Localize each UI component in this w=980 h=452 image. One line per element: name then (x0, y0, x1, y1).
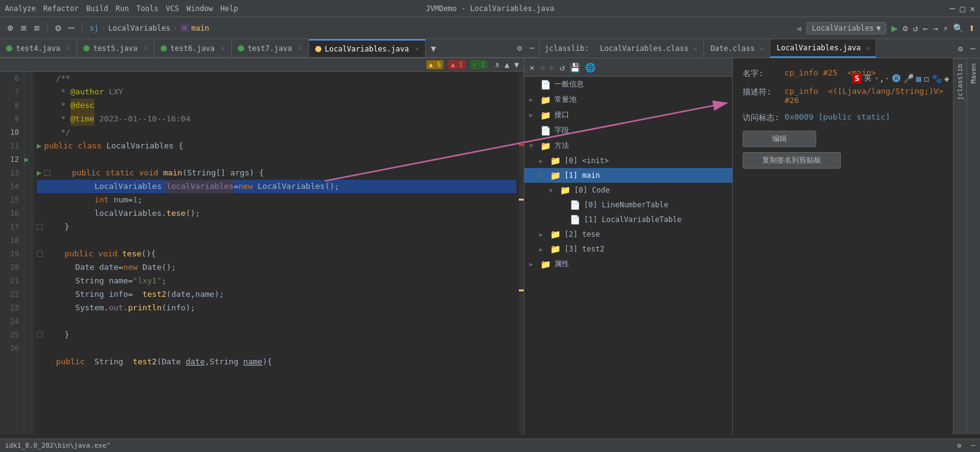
toolbar-icon2[interactable]: ≡ (18, 21, 29, 35)
tab-icon-test4 (6, 45, 12, 52)
toolbar-icon3[interactable]: ≡ (31, 21, 42, 35)
expand-init: ▶ (539, 158, 546, 164)
toolbar-minimize[interactable]: ─ (66, 21, 77, 35)
nav-back-icon[interactable]: ◀ (796, 23, 801, 33)
jcls-settings-icon[interactable]: ⚙ (955, 44, 965, 53)
tree-save-btn[interactable]: 💾 (570, 63, 580, 72)
expand-icon-main[interactable]: ▶ (37, 166, 42, 180)
icon3[interactable]: 🎤 (903, 74, 914, 83)
lang-btn[interactable]: 英 (864, 73, 871, 83)
tab-close-test4[interactable]: ✕ (66, 44, 71, 52)
tree-attributes[interactable]: ▶ 📁 属性 (524, 256, 732, 272)
menu-vcs[interactable]: VCS (166, 4, 179, 13)
tab-test4[interactable]: test4.java ✕ (0, 39, 77, 58)
maven-side-label[interactable]: Maven (967, 58, 980, 88)
breadcrumb: sj › LocalVariables › m main (90, 23, 209, 33)
jclasslib-side-label[interactable]: jclasslib (954, 58, 967, 105)
window-controls[interactable]: ─ □ ✕ (950, 4, 975, 13)
minimize-btn[interactable]: ─ (950, 4, 955, 13)
tree-main[interactable]: ▼ 📁 [1] main (524, 168, 732, 183)
tab-test5[interactable]: test5.java ✕ (77, 39, 155, 58)
icon7[interactable]: ◈ (944, 74, 949, 83)
tree-fields[interactable]: 📄 字段 (524, 123, 732, 138)
menu-refactor[interactable]: Refactor (44, 4, 79, 13)
menu-help[interactable]: Help (220, 4, 238, 13)
tree-web-btn[interactable]: 🌐 (585, 63, 595, 72)
menu-build[interactable]: Build (86, 4, 108, 13)
tree-general[interactable]: 📄 一般信息 (524, 77, 732, 92)
close-btn[interactable]: ✕ (970, 4, 975, 13)
tab-close-test7[interactable]: ✕ (298, 44, 302, 52)
tab-close-test6[interactable]: ✕ (221, 44, 225, 52)
tree-linenumber[interactable]: 📄 [0] LineNumberTable (524, 197, 732, 212)
tree-close-btn[interactable]: ✕ (529, 63, 534, 72)
tree-init[interactable]: ▶ 📁 [0] <init> (524, 153, 732, 168)
icon4[interactable]: ▦ (916, 74, 921, 83)
search-icon[interactable]: 🔍 (953, 23, 963, 33)
nav-up-btn[interactable]: ▲ (505, 60, 510, 69)
tree-interfaces[interactable]: ▶ 📁 接口 (524, 107, 732, 123)
tree-fwd-btn[interactable]: ▶ (549, 63, 554, 72)
tree-localvar[interactable]: 📄 [1] LocalVariableTable (524, 212, 732, 227)
lightning-icon[interactable]: ⚡ (943, 23, 948, 33)
nav-down-btn[interactable]: ▼ (515, 60, 519, 69)
run-btn[interactable]: ▶ (891, 21, 898, 34)
status-settings-icon[interactable]: ⚙ (957, 442, 962, 450)
editor-tabs: test4.java ✕ test5.java ✕ test6.java ✕ t… (0, 39, 540, 58)
icon6[interactable]: 🐾 (932, 74, 942, 83)
toolbar-settings[interactable]: ⚙ (53, 21, 64, 35)
coverage-icon[interactable]: ↺ (913, 23, 917, 33)
info-desc-row: 描述符: cp_info #26 <([Ljava/lang/String;)V… (743, 86, 943, 105)
menu-tools[interactable]: Tools (136, 4, 158, 13)
breadcrumb-method[interactable]: main (191, 24, 209, 33)
tabs-close-btn[interactable]: ─ (524, 44, 539, 53)
code-editor[interactable]: 6 7 8 9 10 11 12 13 14 15 16 17 18 19 20… (0, 72, 524, 434)
tabs-settings-btn[interactable]: ⚙ (515, 44, 524, 53)
jcls-close-lv-class[interactable]: ✕ (694, 45, 698, 53)
info-name-cpref[interactable]: cp_info #25 (784, 68, 837, 77)
tree-code[interactable]: ▼ 📁 [0] Code (524, 183, 732, 197)
expand-badges-btn[interactable]: ∧ (495, 60, 500, 69)
code-content[interactable]: /** * @author LXY * @desc * @time 2023--… (34, 72, 519, 434)
menu-analyze[interactable]: Analyze (5, 4, 36, 13)
class-dropdown[interactable]: LocalVariables ▼ (806, 22, 886, 34)
tree-back-btn[interactable]: ◀ (540, 63, 545, 72)
tree-refresh-btn[interactable]: ↺ (560, 63, 565, 72)
tabs-more-btn[interactable]: ▼ (426, 44, 440, 53)
tree-tese[interactable]: ▶ 📁 [2] tese (524, 227, 732, 242)
nav-fwd-icon[interactable]: → (933, 23, 938, 33)
breadcrumb-class[interactable]: LocalVariables (108, 24, 170, 33)
update-icon[interactable]: ⬆ (968, 21, 975, 34)
icon5[interactable]: ◻ (924, 74, 928, 83)
tab-close-test5[interactable]: ✕ (144, 44, 148, 52)
expand-icon-class[interactable]: ▶ (37, 139, 42, 153)
jcls-minimize-btn[interactable]: ─ (965, 44, 980, 53)
toolbar-icon1[interactable]: ⊕ (5, 21, 16, 35)
jcls-tab-lv-class[interactable]: LocalVariables.class ✕ (594, 39, 704, 58)
info-desc-cpref[interactable]: cp_info #26 (784, 86, 818, 105)
jcls-tab-date[interactable]: Date.class ✕ (704, 39, 770, 58)
debug-icon[interactable]: ⚙ (903, 23, 908, 33)
breadcrumb-project[interactable]: sj (90, 24, 98, 33)
tab-localvariables[interactable]: LocalVariables.java ✕ (309, 39, 426, 58)
tab-test6[interactable]: test6.java ✕ (155, 39, 232, 58)
jcls-close-lv-java[interactable]: ✕ (866, 44, 870, 52)
tree-methods[interactable]: ▼ 📁 方法 (524, 138, 732, 153)
copy-sig-btn[interactable]: 复制签名到剪贴板 (743, 152, 841, 169)
menu-window[interactable]: Window (186, 4, 213, 13)
menu-run[interactable]: Run (116, 4, 129, 13)
jcls-tab-lv-java[interactable]: LocalVariables.java ✕ (770, 39, 876, 58)
tab-test7[interactable]: test7.java ✕ (232, 39, 309, 58)
status-minimize-btn[interactable]: ─ (971, 442, 975, 450)
menu-bar[interactable]: Analyze Refactor Build Run Tools VCS Win… (5, 4, 238, 13)
edit-btn[interactable]: 编辑 (743, 131, 816, 147)
maximize-btn[interactable]: □ (960, 4, 965, 13)
tab-close-lv[interactable]: ✕ (415, 45, 419, 53)
icon1[interactable]: ·,· (874, 74, 889, 83)
nav-back-icon2[interactable]: ← (923, 23, 928, 33)
tree-test2[interactable]: ▶ 📁 [3] test2 (524, 242, 732, 256)
jcls-close-date[interactable]: ✕ (760, 45, 764, 53)
tree-content[interactable]: 📄 一般信息 ▶ 📁 常量池 ▶ 📁 接口 📄 字段 (524, 77, 732, 434)
tree-constant-pool[interactable]: ▶ 📁 常量池 (524, 92, 732, 107)
icon2[interactable]: 🅐 (892, 74, 901, 83)
